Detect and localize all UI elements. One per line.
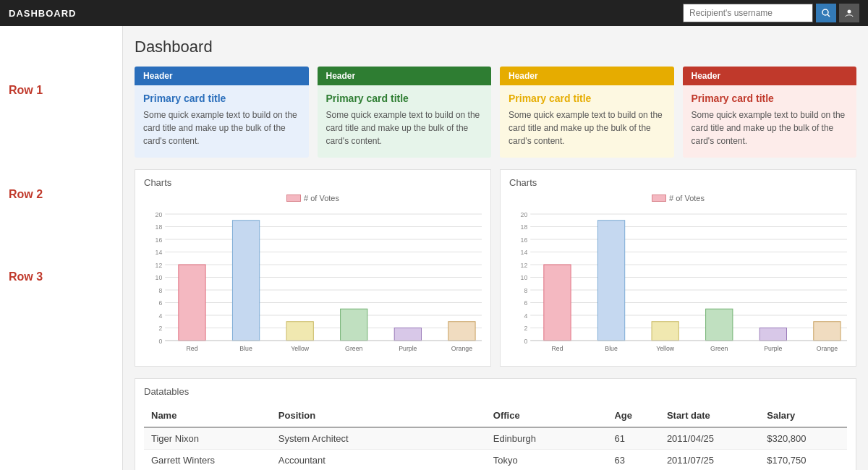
svg-rect-31 — [341, 309, 367, 341]
svg-text:18: 18 — [156, 223, 163, 231]
chart-title-2: Charts — [509, 177, 847, 188]
card-1: Header Primary card title Some quick exa… — [135, 67, 309, 158]
table-cell: 61 — [607, 427, 659, 450]
svg-text:Orange: Orange — [817, 345, 838, 352]
layout: Row 1 Row 2 Row 3 Dashboard Header Prima… — [0, 26, 868, 470]
datatable-panel: Datatables NamePositionOfficeAgeStart da… — [135, 378, 856, 470]
svg-text:14: 14 — [521, 249, 528, 256]
table-column-header: Name — [144, 404, 271, 427]
charts-row: Charts # of Votes 02468101214161820RedBl… — [135, 169, 856, 367]
row1-label: Row 1 — [0, 26, 122, 108]
card-4: Header Primary card title Some quick exa… — [683, 67, 857, 158]
svg-text:Yellow: Yellow — [656, 345, 675, 352]
table-column-header: Start date — [660, 404, 760, 427]
card-body-1: Primary card title Some quick example te… — [135, 85, 309, 158]
svg-text:16: 16 — [156, 236, 163, 244]
table-cell: Tiger Nixon — [144, 427, 271, 450]
svg-text:18: 18 — [521, 223, 528, 231]
card-header-2: Header — [318, 67, 492, 85]
navbar: DASHBOARD — [0, 0, 868, 26]
svg-text:Yellow: Yellow — [291, 345, 310, 352]
card-header-4: Header — [683, 67, 857, 85]
card-title-4: Primary card title — [692, 93, 848, 104]
svg-text:20: 20 — [521, 211, 528, 218]
table-cell: Accountant — [271, 450, 486, 471]
card-title-1: Primary card title — [143, 93, 300, 104]
chart-svg-2: 02468101214161820RedBlueYellowGreenPurpl… — [509, 207, 847, 359]
navbar-brand: DASHBOARD — [9, 8, 77, 19]
table-cell: $170,750 — [760, 450, 847, 471]
search-icon — [822, 9, 830, 17]
svg-rect-68 — [760, 328, 786, 341]
user-icon — [845, 9, 854, 17]
card-2: Header Primary card title Some quick exa… — [318, 67, 492, 158]
row3-label: Row 3 — [0, 213, 122, 295]
table-cell: $320,800 — [760, 427, 847, 450]
card-body-4: Primary card title Some quick example te… — [683, 85, 857, 158]
svg-text:8: 8 — [158, 287, 162, 294]
search-button[interactable] — [816, 4, 836, 22]
sidebar: Row 1 Row 2 Row 3 — [0, 26, 123, 470]
chart-legend-2: # of Votes — [509, 194, 847, 202]
svg-rect-62 — [597, 221, 624, 341]
svg-rect-27 — [232, 221, 259, 341]
card-header-1: Header — [135, 67, 309, 85]
table-column-header: Age — [607, 404, 659, 427]
main-content: Dashboard Header Primary card title Some… — [123, 26, 868, 470]
card-text-2: Some quick example text to build on the … — [326, 108, 483, 148]
navbar-right — [683, 4, 859, 22]
table-cell: Edinburgh — [486, 427, 608, 450]
table-head: NamePositionOfficeAgeStart dateSalary — [144, 404, 847, 427]
svg-rect-29 — [286, 322, 313, 341]
datatable-title: Datatables — [144, 386, 847, 397]
table-cell: 2011/04/25 — [660, 427, 760, 450]
svg-text:Purple: Purple — [399, 345, 417, 352]
svg-text:Blue: Blue — [605, 345, 618, 352]
chart-panel-1: Charts # of Votes 02468101214161820RedBl… — [135, 169, 491, 367]
legend-color-box-2 — [652, 195, 666, 202]
datatable: NamePositionOfficeAgeStart dateSalary Ti… — [144, 404, 847, 470]
table-column-header: Office — [486, 404, 608, 427]
table-body: Tiger NixonSystem ArchitectEdinburgh6120… — [144, 427, 847, 470]
svg-text:Purple: Purple — [764, 345, 782, 352]
legend-label-2: # of Votes — [669, 194, 705, 202]
svg-point-2 — [848, 10, 851, 14]
svg-text:2: 2 — [158, 325, 162, 332]
card-title-2: Primary card title — [326, 93, 483, 104]
search-input[interactable] — [683, 4, 813, 22]
legend-label-1: # of Votes — [304, 194, 339, 202]
svg-text:Red: Red — [186, 345, 197, 352]
card-title-3: Primary card title — [509, 93, 665, 104]
cards-row: Header Primary card title Some quick exa… — [135, 67, 856, 158]
svg-text:Blue: Blue — [239, 345, 252, 352]
svg-rect-70 — [814, 322, 841, 341]
svg-text:Green: Green — [710, 345, 728, 352]
svg-text:2: 2 — [524, 325, 527, 332]
table-cell: Garrett Winters — [144, 450, 271, 471]
svg-text:Green: Green — [345, 345, 362, 352]
user-menu-button[interactable] — [839, 4, 859, 22]
svg-text:12: 12 — [156, 262, 163, 269]
svg-text:10: 10 — [156, 274, 163, 281]
table-cell: 2011/07/25 — [660, 450, 760, 471]
svg-rect-33 — [394, 328, 421, 341]
svg-rect-64 — [652, 322, 678, 341]
card-text-1: Some quick example text to build on the … — [143, 108, 300, 148]
svg-text:16: 16 — [521, 236, 528, 244]
table-cell: 63 — [607, 450, 659, 471]
svg-point-0 — [822, 9, 828, 15]
svg-text:Red: Red — [551, 345, 563, 352]
svg-text:12: 12 — [521, 262, 528, 269]
table-column-header: Position — [271, 404, 486, 427]
svg-text:4: 4 — [524, 312, 527, 320]
card-text-3: Some quick example text to build on the … — [509, 108, 665, 148]
svg-text:0: 0 — [524, 338, 527, 345]
svg-text:6: 6 — [524, 299, 527, 307]
card-body-2: Primary card title Some quick example te… — [318, 85, 492, 158]
svg-text:4: 4 — [158, 312, 162, 320]
chart-svg-1: 02468101214161820RedBlueYellowGreenPurpl… — [144, 207, 482, 359]
svg-rect-35 — [448, 322, 475, 341]
chart-panel-2: Charts # of Votes 02468101214161820RedBl… — [500, 169, 856, 367]
legend-color-box — [286, 195, 301, 202]
chart-container-1: 02468101214161820RedBlueYellowGreenPurpl… — [144, 207, 482, 359]
